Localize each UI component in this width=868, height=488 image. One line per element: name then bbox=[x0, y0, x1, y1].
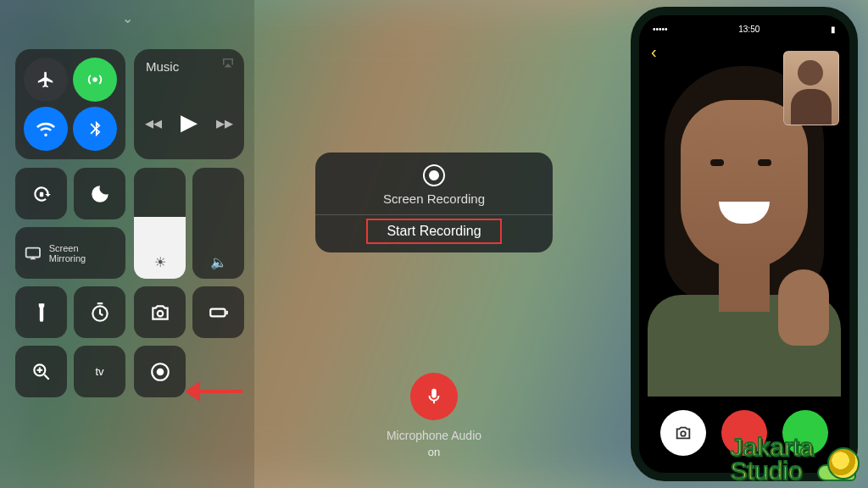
apple-tv-button[interactable]: tv bbox=[74, 346, 125, 397]
highlight-box bbox=[366, 219, 502, 244]
carrier-dots: ••••• bbox=[653, 25, 668, 34]
svg-rect-2 bbox=[26, 247, 40, 257]
watermark-logo: Jakarta Studio bbox=[731, 435, 863, 483]
pip-thumbnail[interactable] bbox=[783, 51, 839, 125]
camera-icon bbox=[149, 302, 171, 324]
battery-icon: ▮ bbox=[831, 25, 836, 34]
brightness-slider[interactable]: ☀ bbox=[134, 168, 186, 279]
music-title: Music bbox=[146, 59, 179, 74]
status-bar: ••••• 13:50 ▮ bbox=[639, 20, 849, 37]
volume-icon: 🔈 bbox=[210, 254, 227, 270]
moon-icon bbox=[89, 183, 111, 205]
cellular-toggle[interactable] bbox=[73, 58, 117, 102]
back-button[interactable]: ‹ bbox=[651, 42, 657, 62]
camera-button[interactable] bbox=[134, 286, 186, 338]
flashlight-toggle[interactable] bbox=[15, 286, 67, 338]
connectivity-pod bbox=[15, 49, 125, 159]
bluetooth-toggle[interactable] bbox=[73, 107, 117, 151]
sheet-title: Screen Recording bbox=[315, 191, 553, 206]
microphone-state: on bbox=[254, 446, 614, 458]
timer-button[interactable] bbox=[74, 286, 125, 338]
control-center-panel: ⌄ Music ◂◂ ▶ ▸▸ Screen M bbox=[0, 0, 254, 488]
record-icon bbox=[149, 361, 171, 383]
wifi-toggle[interactable] bbox=[24, 107, 68, 151]
brightness-icon: ☀ bbox=[154, 254, 166, 270]
switch-camera-button[interactable] bbox=[660, 410, 706, 456]
screen-mirroring-label: Screen Mirroring bbox=[49, 243, 117, 263]
svg-point-10 bbox=[681, 431, 686, 436]
svg-point-9 bbox=[156, 368, 164, 375]
microphone-icon bbox=[425, 387, 443, 406]
battery-icon bbox=[208, 302, 230, 324]
screen-mirroring-button[interactable]: Screen Mirroring bbox=[15, 227, 125, 279]
start-recording-button[interactable]: Start Recording bbox=[315, 215, 553, 247]
phone-mockup: ••••• 13:50 ▮ ‹ bbox=[631, 7, 858, 481]
microphone-label: Microphone Audio bbox=[254, 429, 614, 442]
rewind-icon[interactable]: ◂◂ bbox=[145, 113, 162, 133]
chevron-down-icon[interactable]: ⌄ bbox=[122, 10, 133, 26]
do-not-disturb-toggle[interactable] bbox=[74, 168, 125, 219]
camera-icon bbox=[674, 424, 693, 442]
low-power-toggle[interactable] bbox=[192, 286, 244, 338]
play-icon[interactable]: ▶ bbox=[181, 109, 198, 136]
airplay-icon[interactable] bbox=[220, 56, 236, 71]
screen-record-button[interactable] bbox=[134, 346, 186, 397]
cellular-icon bbox=[86, 70, 104, 89]
svg-point-0 bbox=[92, 77, 97, 82]
timer-icon bbox=[89, 302, 111, 324]
phone-screen: ••••• 13:50 ▮ ‹ bbox=[639, 15, 849, 473]
snail-icon bbox=[817, 446, 863, 483]
svg-rect-5 bbox=[210, 308, 225, 316]
screen-recording-sheet-area: Screen Recording Start Recording Microph… bbox=[254, 0, 614, 488]
flashlight-icon bbox=[31, 302, 53, 324]
svg-point-4 bbox=[157, 310, 163, 316]
magnifier-button[interactable] bbox=[15, 346, 67, 397]
record-icon bbox=[423, 164, 445, 186]
screen-recording-sheet: Screen Recording Start Recording bbox=[315, 152, 553, 252]
airplane-toggle[interactable] bbox=[24, 58, 68, 102]
wifi-icon bbox=[36, 119, 55, 138]
magnifier-icon bbox=[31, 361, 53, 383]
svg-rect-6 bbox=[225, 310, 227, 313]
svg-rect-1 bbox=[39, 191, 42, 196]
music-pod[interactable]: Music ◂◂ ▶ ▸▸ bbox=[134, 49, 244, 159]
rotation-lock-toggle[interactable] bbox=[15, 168, 67, 219]
volume-slider[interactable]: 🔈 bbox=[192, 168, 244, 279]
rotation-lock-icon bbox=[31, 183, 53, 205]
screen-mirroring-icon bbox=[24, 244, 42, 263]
airplane-icon bbox=[36, 70, 55, 89]
bluetooth-icon bbox=[86, 119, 104, 138]
microphone-toggle[interactable] bbox=[410, 373, 458, 420]
forward-icon[interactable]: ▸▸ bbox=[216, 113, 233, 133]
status-time: 13:50 bbox=[738, 25, 760, 34]
